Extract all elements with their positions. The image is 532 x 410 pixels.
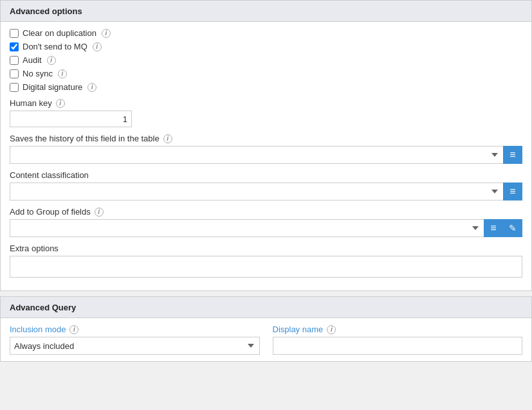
display-name-input[interactable] xyxy=(273,337,523,355)
extra-options-label: Extra options xyxy=(10,244,522,253)
add-to-group-edit-button[interactable] xyxy=(503,219,522,237)
digital-sig-label: Digital signature xyxy=(23,82,82,92)
no-sync-label: No sync xyxy=(23,69,53,78)
content-classification-label-text: Content classification xyxy=(10,170,89,180)
dont-send-mq-label: Don't send to MQ xyxy=(23,42,87,51)
checkbox-row-dont-send-mq: Don't send to MQ i xyxy=(10,42,522,51)
no-sync-info-icon[interactable]: i xyxy=(58,69,67,78)
inclusion-mode-info-icon[interactable]: i xyxy=(69,325,78,334)
human-key-field-label: Human key i xyxy=(10,98,522,108)
clear-on-dup-checkbox[interactable] xyxy=(10,29,19,38)
history-info-icon[interactable]: i xyxy=(163,134,172,143)
add-to-group-label-text: Add to Group of fields xyxy=(10,207,91,217)
advanced-query-body: Inclusion mode i Always included Optiona… xyxy=(1,318,531,361)
history-label-text: Saves the history of this field in the t… xyxy=(10,134,160,143)
display-name-info-icon[interactable]: i xyxy=(327,325,336,334)
advanced-query-heading: Advanced Query xyxy=(10,303,76,312)
checkbox-row-digital-sig: Digital signature i xyxy=(10,82,522,92)
add-to-group-select[interactable] xyxy=(10,219,484,237)
advanced-query-title: Advanced Query xyxy=(1,297,531,318)
history-select[interactable] xyxy=(10,146,503,164)
dont-send-mq-checkbox[interactable] xyxy=(10,42,19,51)
dont-send-mq-info-icon[interactable]: i xyxy=(93,42,102,51)
add-to-group-select-row xyxy=(10,219,522,237)
add-to-group-list-button[interactable] xyxy=(484,219,503,237)
advanced-options-heading: Advanced options xyxy=(10,6,82,16)
content-classification-select[interactable] xyxy=(10,183,503,201)
extra-options-group: Extra options xyxy=(10,244,522,278)
history-list-icon xyxy=(509,149,515,161)
content-classification-list-button[interactable] xyxy=(503,183,522,201)
digital-sig-info-icon[interactable]: i xyxy=(87,83,96,92)
audit-label: Audit xyxy=(23,55,42,65)
human-key-info-icon[interactable]: i xyxy=(56,99,65,108)
add-to-group-list-icon xyxy=(490,222,496,234)
extra-options-input[interactable] xyxy=(10,256,522,278)
content-classification-group: Content classification xyxy=(10,170,522,201)
content-classification-list-icon xyxy=(509,186,515,197)
checkbox-row-audit: Audit i xyxy=(10,55,522,65)
advanced-options-panel: Advanced options Clear on duplication i … xyxy=(0,0,532,291)
human-key-label-text: Human key xyxy=(10,98,52,108)
inclusion-mode-label-text: Inclusion mode xyxy=(10,325,66,334)
audit-info-icon[interactable]: i xyxy=(47,56,56,65)
display-name-label-text: Display name xyxy=(273,325,324,334)
display-name-label: Display name i xyxy=(273,325,523,334)
add-to-group-edit-icon xyxy=(509,223,517,233)
inclusion-mode-select[interactable]: Always included Optional Excluded xyxy=(10,337,260,355)
audit-checkbox[interactable] xyxy=(10,56,19,65)
history-select-row xyxy=(10,146,522,164)
history-list-button[interactable] xyxy=(503,146,522,164)
history-field-label: Saves the history of this field in the t… xyxy=(10,134,522,143)
history-field-group: Saves the history of this field in the t… xyxy=(10,134,522,164)
checkbox-row-clear-on-dup: Clear on duplication i xyxy=(10,28,522,38)
advanced-query-panel: Advanced Query Inclusion mode i Always i… xyxy=(0,296,532,362)
extra-options-label-text: Extra options xyxy=(10,244,59,253)
add-to-group-label: Add to Group of fields i xyxy=(10,207,522,217)
advanced-options-body: Clear on duplication i Don't send to MQ … xyxy=(1,22,531,290)
add-to-group-field: Add to Group of fields i xyxy=(10,207,522,237)
content-classification-select-row xyxy=(10,183,522,201)
advanced-query-row: Inclusion mode i Always included Optiona… xyxy=(10,325,522,355)
human-key-group: Human key i xyxy=(10,98,522,127)
checkbox-row-no-sync: No sync i xyxy=(10,69,522,78)
advanced-options-title: Advanced options xyxy=(1,1,531,22)
clear-on-dup-label: Clear on duplication xyxy=(23,28,96,38)
content-classification-label: Content classification xyxy=(10,170,522,180)
display-name-col: Display name i xyxy=(273,325,523,355)
no-sync-checkbox[interactable] xyxy=(10,69,19,78)
digital-sig-checkbox[interactable] xyxy=(10,83,19,92)
human-key-input[interactable] xyxy=(10,111,132,127)
inclusion-mode-label: Inclusion mode i xyxy=(10,325,260,334)
add-to-group-info-icon[interactable]: i xyxy=(95,208,104,217)
clear-on-dup-info-icon[interactable]: i xyxy=(102,29,111,38)
inclusion-mode-col: Inclusion mode i Always included Optiona… xyxy=(10,325,260,355)
